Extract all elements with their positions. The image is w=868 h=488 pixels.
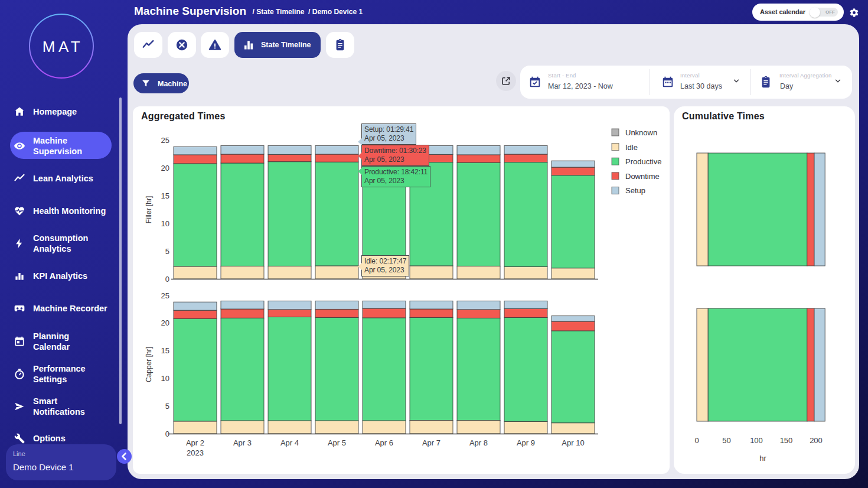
svg-text:Apr 8: Apr 8 [469,438,488,447]
svg-text:Apr 10: Apr 10 [562,438,584,447]
svg-text:15: 15 [161,346,169,355]
svg-text:Unknown: Unknown [625,128,657,137]
svg-text:25: 25 [161,136,169,145]
svg-text:100: 100 [750,436,763,445]
svg-text:Capper [hr]: Capper [hr] [145,347,153,382]
svg-text:0: 0 [165,430,169,438]
svg-text:50: 50 [722,436,730,445]
svg-text:25: 25 [161,291,169,300]
svg-text:Apr 7: Apr 7 [422,438,440,447]
svg-text:2023: 2023 [187,448,204,457]
svg-text:Productive: Productive [625,157,661,166]
svg-text:Apr 6: Apr 6 [375,438,393,447]
svg-text:200: 200 [810,436,823,445]
svg-text:Apr 3: Apr 3 [233,438,252,447]
svg-text:MAT: MAT [43,38,83,56]
svg-text:10: 10 [161,219,169,228]
svg-text:Apr 5: Apr 5 [328,438,346,447]
svg-text:15: 15 [161,191,169,200]
svg-text:150: 150 [780,436,793,445]
svg-text:Filler [hr]: Filler [hr] [145,196,153,224]
svg-text:Apr 9: Apr 9 [517,438,535,447]
svg-text:5: 5 [165,402,169,411]
svg-text:0: 0 [694,436,699,445]
svg-text:5: 5 [165,247,169,256]
svg-text:20: 20 [161,164,169,173]
svg-text:Idle: Idle [625,143,638,152]
svg-text:hr: hr [759,454,766,463]
svg-text:Setup: Setup [625,186,645,195]
svg-text:10: 10 [161,374,169,383]
svg-text:Downtime: Downtime [625,172,660,181]
svg-text:0: 0 [165,275,169,284]
svg-text:Apr 4: Apr 4 [280,438,299,447]
svg-text:20: 20 [161,318,169,327]
svg-text:Apr 2: Apr 2 [186,438,204,447]
